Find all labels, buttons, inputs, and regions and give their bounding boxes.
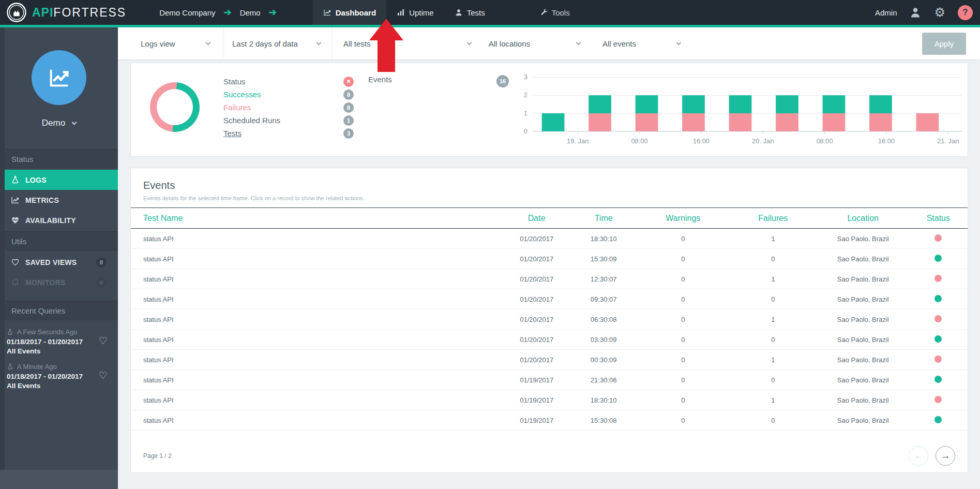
column-header-time[interactable]: Time xyxy=(570,208,637,229)
metric-count-badge: 8 xyxy=(343,102,354,113)
recent-query-item[interactable]: A Minute Ago01/18/2017 - 01/20/2017All E… xyxy=(0,355,118,390)
fortress-logo-icon xyxy=(6,2,27,23)
status-dot-success xyxy=(934,295,942,302)
cell-status xyxy=(909,249,968,269)
events-panel: Events Events details for the selected t… xyxy=(130,168,968,473)
sidebar-item-monitors[interactable]: MONITORS0 xyxy=(0,272,118,292)
column-header-location[interactable]: Location xyxy=(817,208,909,229)
table-row[interactable]: status API01/20/201718:30:1001Sao Paolo,… xyxy=(131,229,968,249)
metric-count-badge: 1 xyxy=(343,115,354,126)
events-count-badge: 16 xyxy=(496,75,509,87)
count-badge: 0 xyxy=(96,277,107,288)
apply-button[interactable]: Apply xyxy=(922,33,966,55)
metric-row-status: Status✕ xyxy=(223,75,354,88)
status-donut-wrap xyxy=(150,82,200,156)
chevron-down-icon xyxy=(316,40,322,45)
app-logo[interactable]: APIFORTRESS xyxy=(6,2,126,23)
metric-label[interactable]: Tests xyxy=(223,129,242,138)
column-header-date[interactable]: Date xyxy=(503,208,570,229)
breadcrumb-project[interactable]: Demo xyxy=(240,8,261,17)
tab-dashboard[interactable]: Dashboard xyxy=(313,0,386,25)
section-label: Utils xyxy=(11,237,26,246)
table-row[interactable]: status API01/19/201721:30:0600Sao Paolo,… xyxy=(131,370,968,390)
cell-failures: 0 xyxy=(729,249,817,269)
sidebar-item-metrics[interactable]: METRICS xyxy=(0,190,118,210)
tab-label: Dashboard xyxy=(336,8,376,17)
sidebar-item-availability[interactable]: AVAILABILITY xyxy=(0,210,118,230)
locations-select-value: All locations xyxy=(489,39,530,48)
chevron-down-icon xyxy=(467,40,472,45)
sidebar-item-logs[interactable]: LOGS xyxy=(0,170,118,190)
column-header-warnings[interactable]: Warnings xyxy=(637,208,729,229)
heart-outline-icon[interactable]: ♡ xyxy=(99,335,108,347)
user-profile-icon[interactable] xyxy=(909,6,922,19)
status-dot-failure xyxy=(934,355,942,363)
cell-failures: 0 xyxy=(729,289,817,309)
table-row[interactable]: status API01/20/201709:30:0700Sao Paolo,… xyxy=(131,289,968,309)
metric-label: Scheduled Runs xyxy=(223,116,280,125)
nav-tools[interactable]: Tools xyxy=(540,8,570,17)
cell-test-name: status API xyxy=(131,370,503,390)
wrench-icon xyxy=(540,8,548,17)
recent-query-item[interactable]: A Few Seconds Ago01/18/2017 - 01/20/2017… xyxy=(0,320,118,355)
table-row[interactable]: status API01/20/201700:30:0901Sao Paolo,… xyxy=(131,350,968,370)
view-select[interactable]: Logs view xyxy=(118,27,224,60)
events-bar-chart: 012319. Jan08:0016:0020. Jan08:0016:0021… xyxy=(512,70,964,149)
svg-text:1: 1 xyxy=(524,109,527,117)
bar-chart-icon xyxy=(397,8,405,17)
flask-icon xyxy=(7,363,13,370)
events-select-value: All events xyxy=(602,39,636,48)
cell-time: 18:30:10 xyxy=(570,229,637,249)
tab-tests[interactable]: Tests xyxy=(444,0,495,25)
cell-time: 03:30:09 xyxy=(570,330,637,350)
count-badge: 0 xyxy=(96,257,107,268)
cell-status xyxy=(909,330,968,350)
events-table-head: Test NameDateTimeWarningsFailuresLocatio… xyxy=(131,208,968,229)
events-bar-chart-wrap: 012319. Jan08:0016:0020. Jan08:0016:0021… xyxy=(512,70,964,156)
tests-select-value: All tests xyxy=(343,39,371,48)
table-row[interactable]: status API01/19/201715:30:0800Sao Paolo,… xyxy=(131,410,968,431)
project-avatar[interactable] xyxy=(32,50,86,105)
column-header-failures[interactable]: Failures xyxy=(729,208,817,229)
column-header-status[interactable]: Status xyxy=(909,208,968,229)
metric-row-successes: Successes8 xyxy=(223,88,354,101)
breadcrumb-company[interactable]: Demo Company xyxy=(159,8,215,17)
sidebar-item-label: AVAILABILITY xyxy=(25,216,76,225)
svg-text:2: 2 xyxy=(524,91,527,99)
cell-failures: 1 xyxy=(729,390,817,410)
locations-select[interactable]: All locations xyxy=(478,27,589,60)
sidebar-item-label: LOGS xyxy=(25,176,47,184)
events-select[interactable]: All events xyxy=(589,27,695,60)
metric-count-badge: 3 xyxy=(343,128,354,139)
chevron-down-icon xyxy=(206,40,211,45)
cell-time: 18:30:10 xyxy=(570,390,637,410)
help-icon[interactable]: ? xyxy=(958,5,973,20)
events-title: Events xyxy=(143,180,955,191)
sidebar-items: LOGSMETRICSAVAILABILITY xyxy=(0,169,118,231)
table-row[interactable]: status API01/20/201703:30:0900Sao Paolo,… xyxy=(131,330,968,350)
table-row[interactable]: status API01/20/201706:30:0801Sao Paolo,… xyxy=(131,309,968,330)
tools-label: Tools xyxy=(552,8,570,17)
table-row[interactable]: status API01/20/201715:30:0900Sao Paolo,… xyxy=(131,249,968,269)
table-row[interactable]: status API01/20/201712:30:0701Sao Paolo,… xyxy=(131,269,968,289)
date-range-select[interactable]: Last 2 days of data xyxy=(224,27,332,60)
cell-test-name: status API xyxy=(131,350,503,370)
tests-select[interactable]: All tests xyxy=(332,27,478,60)
prev-page-button[interactable]: ← xyxy=(909,446,928,466)
tab-label: Tests xyxy=(467,8,485,17)
next-page-button[interactable]: → xyxy=(936,446,955,466)
table-row[interactable]: status API01/19/201718:30:1001Sao Paolo,… xyxy=(131,390,968,410)
main-content: Logs view Last 2 days of data All tests … xyxy=(118,27,980,489)
svg-text:20. Jan: 20. Jan xyxy=(752,137,774,145)
tab-uptime[interactable]: Uptime xyxy=(386,0,444,25)
heart-outline-icon[interactable]: ♡ xyxy=(99,369,108,381)
column-header-test-name[interactable]: Test Name xyxy=(131,208,503,229)
sidebar-item-label: SAVED VIEWS xyxy=(25,258,77,266)
nav-right: Admin ⚙ ? xyxy=(875,5,973,20)
pager: ← → xyxy=(909,446,955,466)
cell-failures: 1 xyxy=(729,229,817,249)
sidebar-item-saved-views[interactable]: SAVED VIEWS0 xyxy=(0,252,118,272)
flask-icon xyxy=(11,175,20,184)
project-switcher[interactable]: Demo xyxy=(0,118,118,128)
gear-icon[interactable]: ⚙ xyxy=(934,6,945,19)
